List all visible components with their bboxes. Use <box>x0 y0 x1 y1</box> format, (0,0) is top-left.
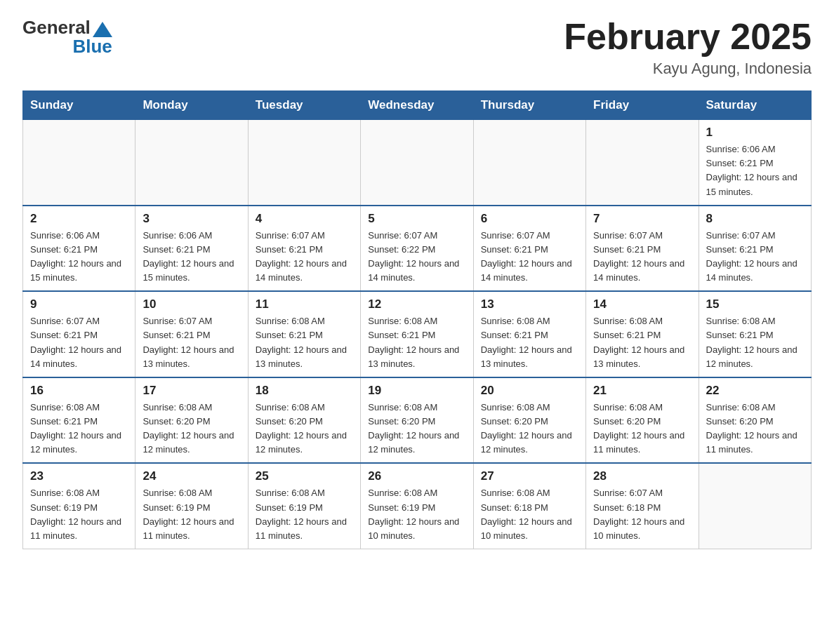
day-info: Sunrise: 6:08 AM Sunset: 6:21 PM Dayligh… <box>481 314 578 371</box>
calendar-cell: 27Sunrise: 6:08 AM Sunset: 6:18 PM Dayli… <box>473 463 585 549</box>
week-row-2: 2Sunrise: 6:06 AM Sunset: 6:21 PM Daylig… <box>23 206 812 292</box>
calendar-cell: 5Sunrise: 6:07 AM Sunset: 6:22 PM Daylig… <box>361 206 473 292</box>
weekday-header-monday: Monday <box>135 91 248 120</box>
day-info: Sunrise: 6:08 AM Sunset: 6:21 PM Dayligh… <box>706 314 804 371</box>
calendar-cell: 12Sunrise: 6:08 AM Sunset: 6:21 PM Dayli… <box>361 291 473 377</box>
weekday-header-thursday: Thursday <box>473 91 585 120</box>
day-info: Sunrise: 6:08 AM Sunset: 6:20 PM Dayligh… <box>256 401 353 457</box>
calendar-cell: 23Sunrise: 6:08 AM Sunset: 6:19 PM Dayli… <box>23 463 135 549</box>
calendar-cell: 24Sunrise: 6:08 AM Sunset: 6:19 PM Dayli… <box>135 463 248 549</box>
day-number: 25 <box>256 469 353 483</box>
calendar-cell: 17Sunrise: 6:08 AM Sunset: 6:20 PM Dayli… <box>135 377 248 464</box>
calendar-cell: 1Sunrise: 6:06 AM Sunset: 6:21 PM Daylig… <box>699 120 811 206</box>
day-info: Sunrise: 6:08 AM Sunset: 6:19 PM Dayligh… <box>256 486 353 543</box>
calendar-cell <box>361 120 473 206</box>
calendar-cell: 10Sunrise: 6:07 AM Sunset: 6:21 PM Dayli… <box>135 291 248 377</box>
day-number: 4 <box>256 212 353 226</box>
title-area: February 2025 Kayu Agung, Indonesia <box>564 17 812 78</box>
day-number: 8 <box>706 212 804 226</box>
calendar-cell: 21Sunrise: 6:08 AM Sunset: 6:20 PM Dayli… <box>586 377 699 464</box>
day-info: Sunrise: 6:08 AM Sunset: 6:20 PM Dayligh… <box>706 401 804 457</box>
day-number: 9 <box>30 297 128 311</box>
calendar-cell: 8Sunrise: 6:07 AM Sunset: 6:21 PM Daylig… <box>699 206 811 292</box>
day-info: Sunrise: 6:07 AM Sunset: 6:22 PM Dayligh… <box>368 229 465 286</box>
calendar-table: SundayMondayTuesdayWednesdayThursdayFrid… <box>22 90 812 549</box>
svg-marker-0 <box>93 22 112 37</box>
logo-blue-text: Blue <box>72 36 112 58</box>
header: General Blue February 2025 Kayu Agung, I… <box>22 17 812 78</box>
week-row-3: 9Sunrise: 6:07 AM Sunset: 6:21 PM Daylig… <box>23 291 812 377</box>
weekday-header-sunday: Sunday <box>23 91 135 120</box>
day-number: 7 <box>593 212 691 226</box>
calendar-cell <box>586 120 699 206</box>
day-info: Sunrise: 6:08 AM Sunset: 6:21 PM Dayligh… <box>30 401 128 457</box>
calendar-cell: 19Sunrise: 6:08 AM Sunset: 6:20 PM Dayli… <box>361 377 473 464</box>
day-info: Sunrise: 6:06 AM Sunset: 6:21 PM Dayligh… <box>143 229 240 286</box>
day-number: 20 <box>481 384 578 398</box>
week-row-4: 16Sunrise: 6:08 AM Sunset: 6:21 PM Dayli… <box>23 377 812 464</box>
logo: General Blue <box>22 17 112 58</box>
day-number: 12 <box>368 297 465 311</box>
day-number: 22 <box>706 384 804 398</box>
calendar-cell: 15Sunrise: 6:08 AM Sunset: 6:21 PM Dayli… <box>699 291 811 377</box>
calendar-cell: 3Sunrise: 6:06 AM Sunset: 6:21 PM Daylig… <box>135 206 248 292</box>
calendar-cell <box>135 120 248 206</box>
calendar-cell: 13Sunrise: 6:08 AM Sunset: 6:21 PM Dayli… <box>473 291 585 377</box>
day-info: Sunrise: 6:07 AM Sunset: 6:21 PM Dayligh… <box>593 229 691 286</box>
weekday-header-row: SundayMondayTuesdayWednesdayThursdayFrid… <box>23 91 812 120</box>
calendar-cell <box>473 120 585 206</box>
day-info: Sunrise: 6:07 AM Sunset: 6:21 PM Dayligh… <box>143 314 240 371</box>
day-info: Sunrise: 6:06 AM Sunset: 6:21 PM Dayligh… <box>30 229 128 286</box>
day-info: Sunrise: 6:07 AM Sunset: 6:21 PM Dayligh… <box>30 314 128 371</box>
day-number: 21 <box>593 384 691 398</box>
day-number: 11 <box>256 297 353 311</box>
calendar-cell: 16Sunrise: 6:08 AM Sunset: 6:21 PM Dayli… <box>23 377 135 464</box>
calendar-cell <box>248 120 360 206</box>
weekday-header-friday: Friday <box>586 91 699 120</box>
day-number: 13 <box>481 297 578 311</box>
calendar-cell: 6Sunrise: 6:07 AM Sunset: 6:21 PM Daylig… <box>473 206 585 292</box>
day-number: 26 <box>368 469 465 483</box>
calendar-cell: 20Sunrise: 6:08 AM Sunset: 6:20 PM Dayli… <box>473 377 585 464</box>
day-number: 23 <box>30 469 128 483</box>
day-number: 1 <box>706 126 804 140</box>
day-info: Sunrise: 6:08 AM Sunset: 6:21 PM Dayligh… <box>368 314 465 371</box>
day-info: Sunrise: 6:08 AM Sunset: 6:21 PM Dayligh… <box>256 314 353 371</box>
day-info: Sunrise: 6:08 AM Sunset: 6:19 PM Dayligh… <box>368 486 465 543</box>
day-info: Sunrise: 6:06 AM Sunset: 6:21 PM Dayligh… <box>706 142 804 199</box>
day-number: 16 <box>30 384 128 398</box>
day-number: 18 <box>256 384 353 398</box>
day-info: Sunrise: 6:07 AM Sunset: 6:21 PM Dayligh… <box>256 229 353 286</box>
day-info: Sunrise: 6:08 AM Sunset: 6:19 PM Dayligh… <box>30 486 128 543</box>
day-info: Sunrise: 6:08 AM Sunset: 6:20 PM Dayligh… <box>143 401 240 457</box>
calendar-cell: 14Sunrise: 6:08 AM Sunset: 6:21 PM Dayli… <box>586 291 699 377</box>
day-info: Sunrise: 6:08 AM Sunset: 6:20 PM Dayligh… <box>593 401 691 457</box>
day-number: 14 <box>593 297 691 311</box>
calendar-cell <box>699 463 811 549</box>
day-number: 2 <box>30 212 128 226</box>
day-number: 28 <box>593 469 691 483</box>
weekday-header-wednesday: Wednesday <box>361 91 473 120</box>
calendar-cell: 28Sunrise: 6:07 AM Sunset: 6:18 PM Dayli… <box>586 463 699 549</box>
calendar-cell: 11Sunrise: 6:08 AM Sunset: 6:21 PM Dayli… <box>248 291 360 377</box>
calendar-title: February 2025 <box>564 17 812 57</box>
day-info: Sunrise: 6:08 AM Sunset: 6:19 PM Dayligh… <box>143 486 240 543</box>
weekday-header-saturday: Saturday <box>699 91 811 120</box>
calendar-cell: 22Sunrise: 6:08 AM Sunset: 6:20 PM Dayli… <box>699 377 811 464</box>
day-number: 10 <box>143 297 240 311</box>
calendar-cell: 26Sunrise: 6:08 AM Sunset: 6:19 PM Dayli… <box>361 463 473 549</box>
day-number: 6 <box>481 212 578 226</box>
calendar-cell: 2Sunrise: 6:06 AM Sunset: 6:21 PM Daylig… <box>23 206 135 292</box>
day-number: 19 <box>368 384 465 398</box>
day-number: 15 <box>706 297 804 311</box>
day-number: 17 <box>143 384 240 398</box>
calendar-cell: 25Sunrise: 6:08 AM Sunset: 6:19 PM Dayli… <box>248 463 360 549</box>
calendar-subtitle: Kayu Agung, Indonesia <box>564 60 812 78</box>
calendar-cell: 7Sunrise: 6:07 AM Sunset: 6:21 PM Daylig… <box>586 206 699 292</box>
day-info: Sunrise: 6:08 AM Sunset: 6:20 PM Dayligh… <box>368 401 465 457</box>
week-row-5: 23Sunrise: 6:08 AM Sunset: 6:19 PM Dayli… <box>23 463 812 549</box>
day-info: Sunrise: 6:07 AM Sunset: 6:18 PM Dayligh… <box>593 486 691 543</box>
calendar-cell: 9Sunrise: 6:07 AM Sunset: 6:21 PM Daylig… <box>23 291 135 377</box>
day-number: 24 <box>143 469 240 483</box>
day-info: Sunrise: 6:07 AM Sunset: 6:21 PM Dayligh… <box>481 229 578 286</box>
